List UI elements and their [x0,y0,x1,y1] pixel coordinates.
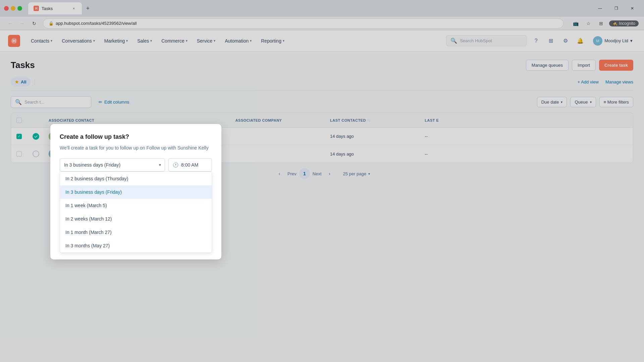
dropdown-item-thu-label: In 2 business days (Thursday) [65,176,128,181]
dropdown-item-3months[interactable]: In 3 months (May 27) [60,239,212,252]
time-value: 8:00 AM [181,162,198,168]
dropdown-container: In 2 business days (Thursday) In 3 busin… [60,172,212,253]
date-select[interactable]: In 2 business days (Thursday) In 3 busin… [60,158,165,172]
date-dropdown: In 2 business days (Thursday) In 3 busin… [60,172,212,253]
dropdown-item-fri-label: In 3 business days (Friday) [65,189,122,195]
follow-up-task-modal: Create a follow up task? We'll create a … [50,124,221,259]
date-select-wrapper: In 2 business days (Thursday) In 3 busin… [60,158,165,172]
modal-body: Create a follow up task? We'll create a … [50,124,221,172]
clock-icon: 🕐 [173,162,178,168]
dropdown-item-thu[interactable]: In 2 business days (Thursday) [60,172,212,185]
modal-title: Create a follow up task? [60,133,212,140]
dropdown-item-month-label: In 1 month (March 27) [65,230,112,235]
time-input[interactable]: 🕐 8:00 AM [168,158,212,172]
dropdown-item-month[interactable]: In 1 month (March 27) [60,226,212,239]
modal-inputs: In 2 business days (Thursday) In 3 busin… [60,158,212,172]
dropdown-item-2weeks-label: In 2 weeks (March 12) [65,216,112,222]
dropdown-item-week-label: In 1 week (March 5) [65,203,107,208]
dropdown-item-3months-label: In 3 months (May 27) [65,243,110,248]
dropdown-item-week[interactable]: In 1 week (March 5) [60,199,212,212]
dropdown-item-fri[interactable]: In 3 business days (Friday) [60,185,212,199]
modal-description: We'll create a task for you to follow up… [60,144,212,152]
modal-overlay: Create a follow up task? We'll create a … [0,0,644,362]
dropdown-item-2weeks[interactable]: In 2 weeks (March 12) [60,212,212,226]
